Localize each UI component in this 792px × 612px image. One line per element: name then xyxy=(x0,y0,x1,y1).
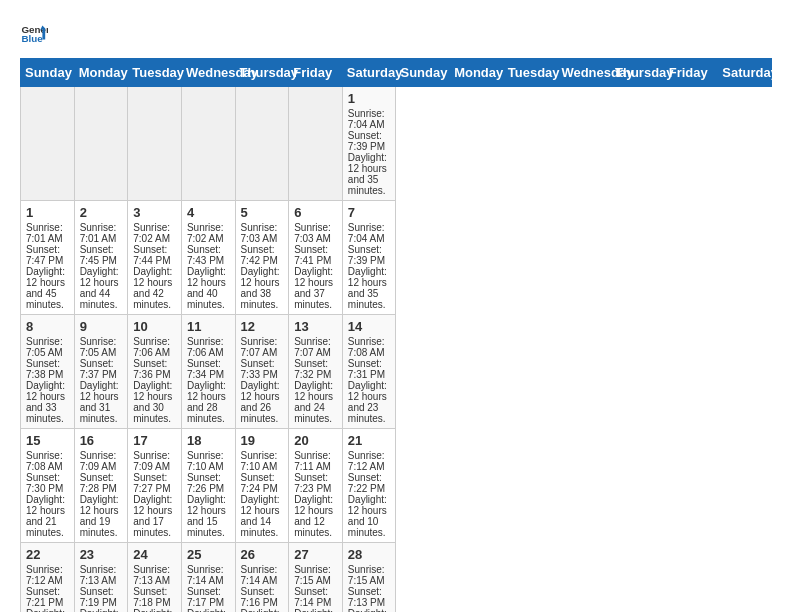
calendar-cell: 26Sunrise: 7:14 AMSunset: 7:16 PMDayligh… xyxy=(235,543,289,613)
header-monday: Monday xyxy=(74,59,128,87)
daylight-text: Daylight: 12 hours and 42 minutes. xyxy=(133,266,176,310)
sunrise-text: Sunrise: 7:03 AM xyxy=(294,222,337,244)
header-tuesday: Tuesday xyxy=(128,59,182,87)
sunrise-text: Sunrise: 7:05 AM xyxy=(26,336,69,358)
sunrise-text: Sunrise: 7:04 AM xyxy=(348,108,391,130)
sunrise-text: Sunrise: 7:09 AM xyxy=(133,450,176,472)
sunrise-text: Sunrise: 7:02 AM xyxy=(187,222,230,244)
day-number: 25 xyxy=(187,547,230,562)
daylight-text: Daylight: 12 hours and 1 minute. xyxy=(241,608,284,612)
daylight-text: Daylight: 12 hours and 8 minutes. xyxy=(26,608,69,612)
daylight-text: Daylight: 11 hours and 59 minutes. xyxy=(294,608,337,612)
calendar-cell: 11Sunrise: 7:06 AMSunset: 7:34 PMDayligh… xyxy=(181,315,235,429)
sunrise-text: Sunrise: 7:03 AM xyxy=(241,222,284,244)
day-number: 23 xyxy=(80,547,123,562)
calendar-cell xyxy=(128,87,182,201)
day-number: 27 xyxy=(294,547,337,562)
sunset-text: Sunset: 7:43 PM xyxy=(187,244,230,266)
sunset-text: Sunset: 7:27 PM xyxy=(133,472,176,494)
day-number: 2 xyxy=(80,205,123,220)
header-friday: Friday xyxy=(289,59,343,87)
sunset-text: Sunset: 7:22 PM xyxy=(348,472,391,494)
calendar-cell: 12Sunrise: 7:07 AMSunset: 7:33 PMDayligh… xyxy=(235,315,289,429)
day-number: 20 xyxy=(294,433,337,448)
calendar-cell: 5Sunrise: 7:03 AMSunset: 7:42 PMDaylight… xyxy=(235,201,289,315)
daylight-text: Daylight: 12 hours and 26 minutes. xyxy=(241,380,284,424)
day-number: 26 xyxy=(241,547,284,562)
sunset-text: Sunset: 7:31 PM xyxy=(348,358,391,380)
daylight-text: Daylight: 12 hours and 31 minutes. xyxy=(80,380,123,424)
sunrise-text: Sunrise: 7:06 AM xyxy=(187,336,230,358)
header-sunday: Sunday xyxy=(396,59,450,87)
calendar-cell: 14Sunrise: 7:08 AMSunset: 7:31 PMDayligh… xyxy=(342,315,396,429)
sunrise-text: Sunrise: 7:12 AM xyxy=(26,564,69,586)
daylight-text: Daylight: 12 hours and 5 minutes. xyxy=(133,608,176,612)
sunrise-text: Sunrise: 7:09 AM xyxy=(80,450,123,472)
calendar-cell: 9Sunrise: 7:05 AMSunset: 7:37 PMDaylight… xyxy=(74,315,128,429)
sunrise-text: Sunrise: 7:08 AM xyxy=(348,336,391,358)
calendar-cell: 17Sunrise: 7:09 AMSunset: 7:27 PMDayligh… xyxy=(128,429,182,543)
header-friday: Friday xyxy=(664,59,718,87)
sunrise-text: Sunrise: 7:13 AM xyxy=(133,564,176,586)
daylight-text: Daylight: 12 hours and 30 minutes. xyxy=(133,380,176,424)
sunset-text: Sunset: 7:13 PM xyxy=(348,586,391,608)
day-number: 5 xyxy=(241,205,284,220)
daylight-text: Daylight: 12 hours and 33 minutes. xyxy=(26,380,69,424)
calendar-cell xyxy=(74,87,128,201)
sunset-text: Sunset: 7:39 PM xyxy=(348,244,391,266)
sunrise-text: Sunrise: 7:01 AM xyxy=(26,222,69,244)
calendar-cell: 24Sunrise: 7:13 AMSunset: 7:18 PMDayligh… xyxy=(128,543,182,613)
header-sunday: Sunday xyxy=(21,59,75,87)
day-number: 22 xyxy=(26,547,69,562)
daylight-text: Daylight: 11 hours and 57 minutes. xyxy=(348,608,391,612)
sunset-text: Sunset: 7:21 PM xyxy=(26,586,69,608)
sunrise-text: Sunrise: 7:14 AM xyxy=(187,564,230,586)
sunset-text: Sunset: 7:41 PM xyxy=(294,244,337,266)
day-number: 13 xyxy=(294,319,337,334)
daylight-text: Daylight: 12 hours and 38 minutes. xyxy=(241,266,284,310)
day-number: 21 xyxy=(348,433,391,448)
sunset-text: Sunset: 7:34 PM xyxy=(187,358,230,380)
day-number: 19 xyxy=(241,433,284,448)
daylight-text: Daylight: 12 hours and 35 minutes. xyxy=(348,152,391,196)
calendar-cell xyxy=(181,87,235,201)
day-number: 28 xyxy=(348,547,391,562)
calendar-cell: 27Sunrise: 7:15 AMSunset: 7:14 PMDayligh… xyxy=(289,543,343,613)
calendar-week-2: 8Sunrise: 7:05 AMSunset: 7:38 PMDaylight… xyxy=(21,315,772,429)
calendar-cell: 21Sunrise: 7:12 AMSunset: 7:22 PMDayligh… xyxy=(342,429,396,543)
sunset-text: Sunset: 7:33 PM xyxy=(241,358,284,380)
sunset-text: Sunset: 7:42 PM xyxy=(241,244,284,266)
logo: General Blue xyxy=(20,20,48,48)
sunset-text: Sunset: 7:32 PM xyxy=(294,358,337,380)
page-header: General Blue xyxy=(20,20,772,48)
daylight-text: Daylight: 12 hours and 28 minutes. xyxy=(187,380,230,424)
sunrise-text: Sunrise: 7:06 AM xyxy=(133,336,176,358)
sunrise-text: Sunrise: 7:10 AM xyxy=(187,450,230,472)
calendar-cell: 20Sunrise: 7:11 AMSunset: 7:23 PMDayligh… xyxy=(289,429,343,543)
daylight-text: Daylight: 12 hours and 23 minutes. xyxy=(348,380,391,424)
day-number: 17 xyxy=(133,433,176,448)
day-number: 18 xyxy=(187,433,230,448)
sunset-text: Sunset: 7:30 PM xyxy=(26,472,69,494)
sunrise-text: Sunrise: 7:11 AM xyxy=(294,450,337,472)
daylight-text: Daylight: 12 hours and 21 minutes. xyxy=(26,494,69,538)
daylight-text: Daylight: 12 hours and 35 minutes. xyxy=(348,266,391,310)
calendar-cell: 13Sunrise: 7:07 AMSunset: 7:32 PMDayligh… xyxy=(289,315,343,429)
calendar-week-1: 1Sunrise: 7:01 AMSunset: 7:47 PMDaylight… xyxy=(21,201,772,315)
day-number: 10 xyxy=(133,319,176,334)
calendar-cell: 3Sunrise: 7:02 AMSunset: 7:44 PMDaylight… xyxy=(128,201,182,315)
calendar-cell: 18Sunrise: 7:10 AMSunset: 7:26 PMDayligh… xyxy=(181,429,235,543)
sunrise-text: Sunrise: 7:07 AM xyxy=(241,336,284,358)
header-saturday: Saturday xyxy=(718,59,772,87)
calendar-header-row: SundayMondayTuesdayWednesdayThursdayFrid… xyxy=(21,59,772,87)
daylight-text: Daylight: 12 hours and 15 minutes. xyxy=(187,494,230,538)
day-number: 9 xyxy=(80,319,123,334)
day-number: 15 xyxy=(26,433,69,448)
calendar-cell xyxy=(21,87,75,201)
daylight-text: Daylight: 12 hours and 37 minutes. xyxy=(294,266,337,310)
header-wednesday: Wednesday xyxy=(181,59,235,87)
calendar-week-0: 1Sunrise: 7:04 AMSunset: 7:39 PMDaylight… xyxy=(21,87,772,201)
sunset-text: Sunset: 7:17 PM xyxy=(187,586,230,608)
daylight-text: Daylight: 12 hours and 6 minutes. xyxy=(80,608,123,612)
sunset-text: Sunset: 7:44 PM xyxy=(133,244,176,266)
